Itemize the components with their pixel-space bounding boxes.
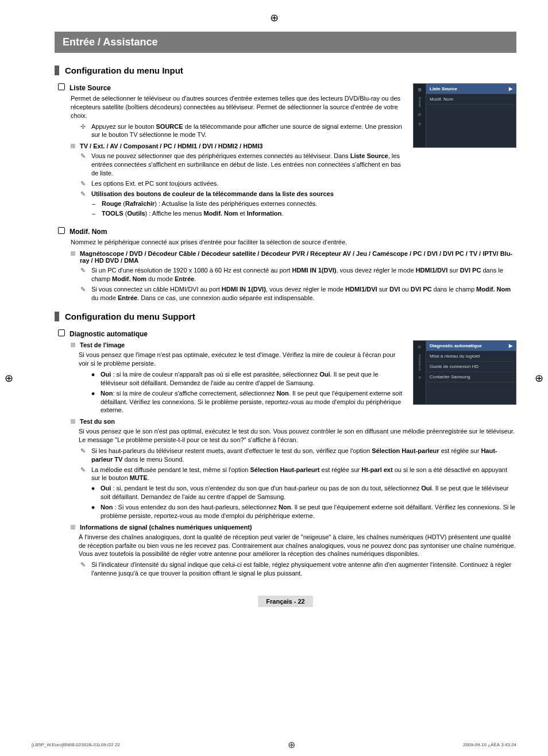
square-bullet-icon [71,419,75,424]
dash-bullet: – [90,209,97,218]
support-icon: ? [418,375,420,381]
subsection-title: Diagnostic automatique [70,330,148,338]
body-text: La mélodie est diffusée pendant le test,… [91,466,516,483]
dot-bullet: ● [90,503,96,520]
dot-bullet: ● [90,370,96,387]
body-text: Nommez le périphérique connecté aux pris… [71,238,516,247]
body-text: Utilisation des boutons de couleur de la… [91,190,516,198]
subsection-title: Modif. Nom [70,228,107,236]
osd-row-label: Contacter Samsung [430,374,470,379]
note-icon: ✎ [79,285,87,302]
osd-screenshot-liste-source: ⚙ Entrée ⎚ ? Liste Source▶ Modif. Nom [413,83,516,148]
osd-side-label: Entrée [418,97,422,108]
body-text: Non: si la mire de couleur s'affiche cor… [101,389,406,415]
chevron-right-icon: ▶ [509,86,512,91]
sub-heading: Test du son [80,418,115,425]
note-icon: ✎ [79,190,87,198]
subsection-title: Liste Source [70,84,111,92]
checkbox-icon [58,83,65,90]
body-text: Si vous connectez un câble HDMI/DVI au p… [91,285,516,302]
option-list: Magnétoscope / DVD / Décodeur Câble / Dé… [80,250,516,264]
registration-mark-icon: ⊕ [288,739,295,750]
body-text: Si un PC d'une résolution de 1920 x 1080… [91,266,516,283]
note-icon: ✎ [79,152,87,178]
body-text: Oui : si la mire de couleur n'apparaît p… [101,370,406,387]
input-icon: ⎚ [418,344,421,350]
body-text: TOOLS (Outils) : Affiche les menus Modif… [102,209,283,218]
note-icon: ✎ [79,266,87,283]
checkbox-icon [58,329,65,336]
note-icon: ✎ [79,561,87,578]
note-icon: ✎ [79,179,87,188]
body-text: À l'inverse des chaînes analogiques, don… [79,533,516,559]
page-footer: Français - 22 [55,596,516,607]
square-bullet-icon [71,144,75,148]
dot-bullet: ● [90,389,96,415]
square-bullet-icon [71,525,75,529]
option-list: TV / Ext. / AV / Composant / PC / HDMI1 … [80,143,263,149]
body-text: Si vous pensez que le son n'est pas opti… [79,427,516,444]
osd-row-label: Guide de connexion HD [430,364,478,369]
body-text: Rouge (Rafraîchir) : Actualise la liste … [102,199,317,208]
body-text: Vous ne pouvez sélectionner que des péri… [91,152,406,178]
osd-side-label: Assistance [418,354,422,371]
print-footer-right: 2009-09-10 ¿ÀÈÄ 3:43:24 [463,742,516,747]
body-text: Si les haut-parleurs du téléviseur reste… [91,447,516,464]
note-icon: ✎ [79,447,87,464]
body-text: Les options Ext. et PC sont toujours act… [91,179,516,188]
osd-screenshot-diagnostic: ⎚ Assistance ? Diagnostic automatique▶ M… [413,340,516,405]
body-text: Appuyez sur le bouton SOURCE de la téléc… [91,122,406,140]
osd-row-label: Liste Source [430,86,457,91]
print-footer-left: [LB5P_W.Euro]BN68-02362A-01L09.i22 22 [32,742,120,747]
section-title-support: Configuration du menu Support [55,312,516,321]
square-bullet-icon [71,343,75,347]
dash-bullet: – [90,199,97,208]
support-icon: ? [418,122,420,127]
note-icon: ✎ [79,466,87,483]
osd-row-label: Mise à niveau du logiciel [430,354,480,359]
dot-bullet: ● [90,484,96,501]
body-text: Non : Si vous entendez du son des haut-p… [101,503,516,520]
body-text: Oui : si, pendant le test du son, vous n… [101,484,516,501]
gear-icon: ⚙ [418,87,422,93]
input-icon: ⎚ [418,112,421,117]
section-title-input: Configuration du menu Input [55,66,516,75]
osd-row-label: Diagnostic automatique [430,343,482,348]
chapter-banner: Entrée / Assistance [55,32,516,53]
sub-heading: Test de l'image [80,341,125,348]
checkbox-icon [58,227,65,234]
chevron-right-icon: ▶ [509,343,512,348]
body-text: Si l'indicateur d'intensité du signal in… [91,561,516,578]
remote-icon: ✣ [79,122,87,140]
sub-heading: Informations de signal (chaînes numériqu… [80,524,252,531]
square-bullet-icon [71,251,75,256]
osd-row-label: Modif. Nom [430,97,453,102]
